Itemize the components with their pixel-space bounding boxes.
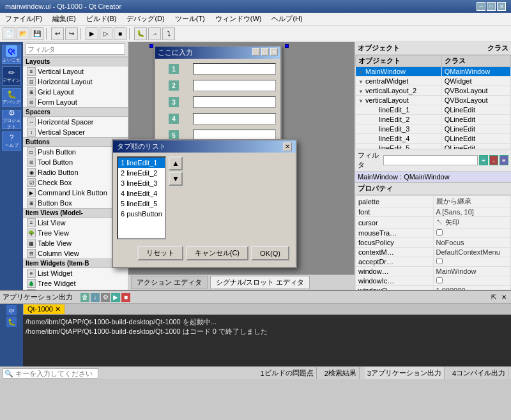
wb-h-spacer[interactable]: ↔Horizontal Spacer [23, 117, 128, 127]
wb-form-layout[interactable]: ⊡Form Layout [23, 97, 128, 107]
form-minimize[interactable]: ─ [252, 48, 260, 56]
table-row[interactable]: lineEdit_5 QLineEdit [356, 144, 511, 149]
menu-window[interactable]: ウィンドウ(W) [213, 13, 264, 24]
widget-search-input[interactable] [26, 43, 125, 55]
table-row[interactable]: ▼ verticalLayout QVBoxLayout [356, 96, 511, 105]
table-row[interactable]: ▼ MainWindow QMainWindow [356, 67, 511, 77]
output-settings-btn[interactable]: ⚙ [101, 293, 110, 302]
table-row[interactable]: lineEdit_4 QLineEdit [356, 134, 511, 144]
tb-stop[interactable]: ■ [114, 27, 126, 40]
tb-step-over[interactable]: ⤵ [162, 27, 175, 40]
maximize-button[interactable]: □ [487, 2, 496, 11]
line-edit-1[interactable] [193, 63, 276, 75]
status-tab-4[interactable]: 4 コンパイル出力 [450, 367, 508, 379]
prop-row[interactable]: windowO…1.000000 [356, 286, 511, 290]
list-item[interactable]: 5 lineEdit_5 [118, 199, 165, 209]
out-icon-2[interactable]: 🐛 [6, 317, 17, 327]
status-tab-3[interactable]: 3 アプリケーション出力 [365, 367, 445, 379]
right-panel: オブジェクト クラス オブジェクト クラス ▼ MainWindow QMain… [355, 42, 511, 290]
table-row[interactable]: lineEdit_2 QLineEdit [356, 115, 511, 124]
num-1: 1 [169, 64, 179, 74]
tb-save[interactable]: 💾 [31, 27, 43, 40]
wb-table-widget[interactable]: ▦Table Widget [23, 289, 128, 290]
prop-row[interactable]: contextM…DefaultContextMenu [356, 248, 511, 257]
minimize-button[interactable]: ─ [477, 2, 485, 11]
list-item[interactable]: 1 lineEdit_1 [118, 158, 165, 168]
list-item[interactable]: 4 lineEdit_4 [118, 188, 165, 199]
wb-v-spacer[interactable]: ↕Vertical Spacer [23, 127, 128, 137]
table-row[interactable]: lineEdit_3 QLineEdit [356, 124, 511, 134]
modal-up-btn[interactable]: ▲ [169, 156, 183, 170]
prop-row[interactable]: windowIc… [356, 276, 511, 286]
table-row[interactable]: lineEdit_1 QLineEdit [356, 105, 511, 115]
tb-redo[interactable]: ↪ [65, 27, 78, 40]
menu-help[interactable]: ヘルプ(H) [269, 13, 305, 24]
output-clear-btn[interactable]: 🗑 [80, 293, 89, 302]
menu-tools[interactable]: ツール(T) [172, 13, 208, 24]
modal-ok-btn[interactable]: OK(Q) [251, 246, 289, 260]
prop-row[interactable]: mouseTra… [356, 229, 511, 238]
icon-help[interactable]: ? ヘルプ [2, 131, 21, 151]
modal-down-btn[interactable]: ▼ [169, 172, 183, 186]
properties-context: MainWindow : QMainWindow [355, 172, 511, 183]
wb-horizontal-layout[interactable]: ⊟Horizontal Layout [23, 77, 128, 87]
prop-row[interactable]: cursor↖ 矢印 [356, 217, 511, 229]
output-run-btn[interactable]: ▶ [111, 293, 120, 302]
menu-file[interactable]: ファイル(F) [3, 13, 45, 24]
filter-remove-btn[interactable]: - [489, 155, 498, 165]
tb-open[interactable]: 📂 [17, 27, 29, 40]
filter-add-btn[interactable]: + [479, 155, 488, 165]
table-row[interactable]: ▼ verticalLayout_2 QVBoxLayout [356, 86, 511, 96]
form-maximize[interactable]: □ [261, 48, 269, 56]
list-item[interactable]: 6 pushButton [118, 209, 165, 219]
prop-row[interactable]: fontA [Sans, 10] [356, 207, 511, 217]
status-tab-2[interactable]: 2 検索結果 [322, 367, 360, 379]
tb-debug[interactable]: 🐛 [134, 27, 147, 40]
menu-edit[interactable]: 編集(E) [50, 13, 79, 24]
wb-tree-widget[interactable]: 🌲Tree Widget [23, 278, 128, 289]
output-close-btn[interactable]: ✕ [500, 293, 508, 302]
list-item[interactable]: 2 lineEdit_2 [118, 168, 165, 178]
form-close[interactable]: ✕ [270, 48, 278, 56]
output-stop-btn[interactable]: ■ [121, 293, 130, 302]
signal-slot-tab[interactable]: シグナル/スロット エディタ [210, 276, 310, 289]
out-icon-1[interactable]: Qt [6, 305, 17, 315]
prop-row[interactable]: focusPolicyNoFocus [356, 238, 511, 248]
prop-row[interactable]: window…MainWindow [356, 267, 511, 276]
icon-welcome[interactable]: Qt よいこせ [2, 45, 21, 64]
wb-vertical-layout[interactable]: ≡Vertical Layout [23, 66, 128, 77]
filter-options-btn[interactable]: ≡ [500, 155, 508, 165]
status-tab-1[interactable]: 1 ビルドの問題点 [258, 367, 317, 379]
tb-step[interactable]: → [148, 27, 161, 40]
output-scroll-btn[interactable]: ↓ [91, 293, 100, 302]
output-tab-qt1000[interactable]: Qt-1000 ✕ [23, 304, 65, 314]
modal-footer: リセット キャンセル(C) OK(Q) [117, 243, 292, 263]
status-search-input[interactable] [3, 368, 98, 379]
tb-run[interactable]: ▷ [100, 27, 112, 40]
close-button[interactable]: ✕ [497, 2, 506, 11]
action-editor-tab[interactable]: アクション エディタ [131, 276, 208, 289]
filter-input[interactable] [383, 155, 478, 165]
tb-undo[interactable]: ↩ [51, 27, 64, 40]
icon-design[interactable]: ✏ デザイン [2, 66, 21, 86]
tb-build[interactable]: ▶ [86, 27, 98, 40]
menu-build[interactable]: ビルド(B) [84, 13, 119, 24]
modal-list[interactable]: 1 lineEdit_1 2 lineEdit_2 3 lineEdit_3 4… [117, 156, 166, 239]
modal-reset-btn[interactable]: リセット [137, 246, 183, 260]
modal-cancel-btn[interactable]: キャンセル(C) [186, 246, 248, 260]
wb-list-widget[interactable]: ≡List Widget [23, 268, 128, 278]
prop-row[interactable]: acceptDr… [356, 257, 511, 267]
menu-debug[interactable]: デバッグ(D) [124, 13, 167, 24]
table-row[interactable]: ▼ centralWidget QWidget [356, 77, 511, 86]
tb-new[interactable]: 📄 [3, 27, 15, 40]
line-edit-2[interactable] [193, 80, 276, 91]
icon-debug[interactable]: 🐛 デバッグ [2, 88, 21, 107]
modal-close-btn[interactable]: ✕ [283, 142, 292, 151]
list-item[interactable]: 3 lineEdit_3 [118, 178, 165, 188]
output-float-btn[interactable]: ⇱ [489, 293, 498, 302]
line-edit-3[interactable] [193, 96, 276, 108]
wb-grid-layout[interactable]: ⊞Grid Layout [23, 87, 128, 97]
prop-row[interactable]: palette親から継承 [356, 196, 511, 207]
icon-project[interactable]: ⚙ プロジェクト [2, 110, 21, 129]
line-edit-4[interactable] [193, 113, 276, 124]
